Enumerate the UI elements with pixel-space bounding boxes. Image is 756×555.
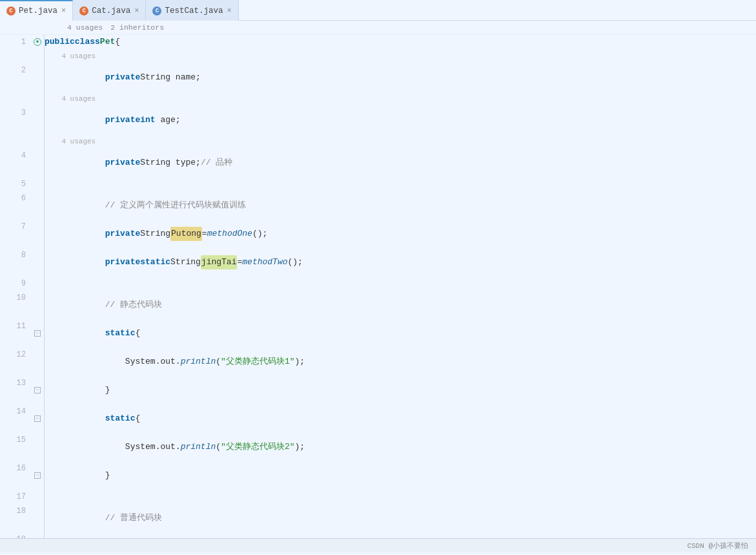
table-row: 1 ● public class Pet { [5,35,756,49]
fold-icon-11[interactable]: − [34,330,41,337]
table-row: 16 − } [5,461,756,490]
code-line-18[interactable]: // 普通代码块 [45,504,162,532]
code-line-10[interactable]: // 静态代码块 [45,291,162,319]
gutter-2 [31,63,44,92]
code-line-1[interactable]: public class Pet { [45,35,120,49]
table-row: 7 private String Putong = methodOne(); [5,220,756,248]
hint-usages-4: 4 usages [45,134,96,149]
tab-icon-pet: C [6,6,15,16]
gutter-4 [31,149,44,177]
table-row: 4 private String type;// 品种 [5,149,756,177]
code-line-12[interactable]: System.out.println("父类静态代码块1"); [45,348,305,376]
code-line-9[interactable] [45,277,50,291]
editor: 1 ● public class Pet { 4 usages 2 privat… [0,35,756,538]
tab-label-pet: Pet.java [19,6,57,16]
tab-cat[interactable]: C Cat.java × [73,0,146,21]
code-line-6[interactable]: // 定义两个属性进行代码块赋值训练 [45,191,246,220]
hint-row-3: 4 usages [5,92,756,106]
table-row: 2 private String name; [5,63,756,92]
hint-bar: 4 usages 2 inheritors [0,21,756,35]
tab-bar: C Pet.java × C Cat.java × C TestCat.java… [0,0,756,21]
table-row: 14 − static { [5,404,756,433]
fold-icon-13[interactable]: − [34,387,41,393]
table-row: 15 System.out.println("父类静态代码块2"); [5,433,756,461]
code-area[interactable]: 1 ● public class Pet { 4 usages 2 privat… [0,35,756,538]
gutter-14[interactable]: − [31,404,44,433]
code-line-19[interactable]: { [45,532,110,538]
tab-close-testcat[interactable]: × [227,7,231,15]
gutter-19[interactable]: − [31,532,44,538]
fold-icon-14[interactable]: − [34,415,41,422]
table-row: 17 [5,490,756,504]
table-row: 12 System.out.println("父类静态代码块1"); [5,348,756,376]
tab-icon-cat: C [79,6,88,16]
tab-pet[interactable]: C Pet.java × [0,0,73,21]
code-line-14[interactable]: static { [45,404,140,433]
hint-usages[interactable]: 4 usages [67,23,103,32]
tab-label-cat: Cat.java [92,6,130,16]
hint-usages-3: 4 usages [45,92,96,106]
tab-testcat[interactable]: C TestCat.java × [146,0,238,21]
code-line-5[interactable] [45,177,50,191]
tab-label-testcat: TestCat.java [165,6,223,16]
table-row: 19 − { [5,532,756,538]
hint-row-4: 4 usages [5,134,756,149]
table-row: 10 // 静态代码块 [5,291,756,319]
gutter-11[interactable]: − [31,319,44,348]
code-line-16[interactable]: } [45,461,110,490]
hint-usages-2: 4 usages [45,49,96,63]
table-row: 3 private int age; [5,106,756,134]
code-line-2[interactable]: private String name; [45,63,201,92]
code-line-4[interactable]: private String type;// 品种 [45,149,232,177]
gutter-16[interactable]: − [31,461,44,490]
watermark: CSDN @小孩不要怕 [687,541,748,550]
fold-icon-16[interactable]: − [34,472,41,479]
tab-close-cat[interactable]: × [134,7,139,15]
code-line-8[interactable]: private static String jingTai = methodTw… [45,248,303,277]
tab-icon-testcat: C [152,6,161,16]
code-line-11[interactable]: static { [45,319,140,348]
table-row: 13 − } [5,376,756,404]
status-bar: CSDN @小孩不要怕 [0,538,756,552]
table-row: 18 // 普通代码块 [5,504,756,532]
gutter-13[interactable]: − [31,376,44,404]
code-line-13[interactable]: } [45,376,110,404]
gutter-1[interactable]: ● [31,35,44,49]
table-row: 6 // 定义两个属性进行代码块赋值训练 [5,191,756,220]
code-line-7[interactable]: private String Putong = methodOne(); [45,220,267,248]
breakpoint-icon[interactable]: ● [34,38,41,46]
table-row: 5 [5,177,756,191]
code-line-17[interactable] [45,490,50,504]
hint-row-2: 4 usages [5,49,756,63]
hint-inheritors[interactable]: 2 inheritors [110,23,164,32]
gutter-3 [31,106,44,134]
table-row: 11 − static { [5,319,756,348]
table-row: 9 [5,277,756,291]
table-row: 8 private static String jingTai = method… [5,248,756,277]
code-line-15[interactable]: System.out.println("父类静态代码块2"); [45,433,305,461]
tab-close-pet[interactable]: × [61,7,66,15]
code-line-3[interactable]: private int age; [45,106,181,134]
